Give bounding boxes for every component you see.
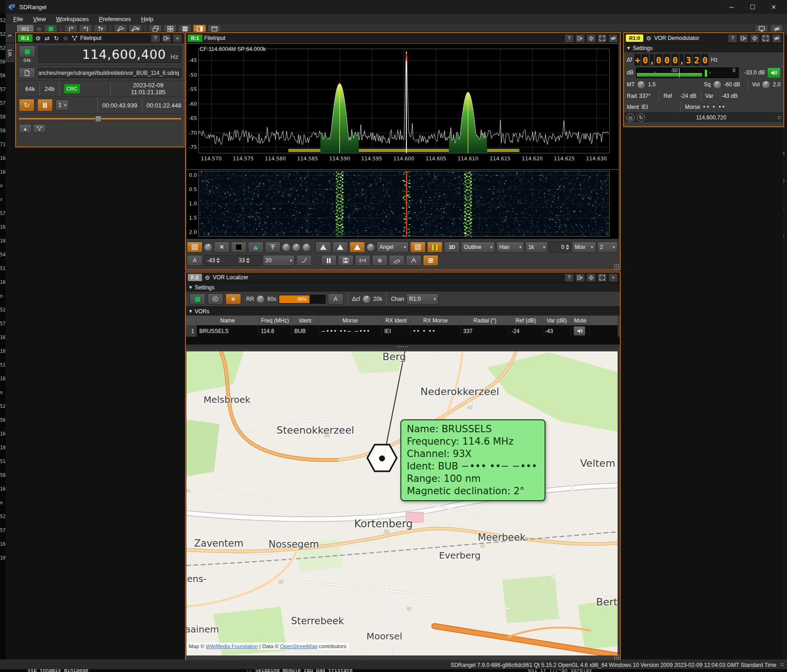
calibration-button[interactable] <box>406 255 422 266</box>
column-header-name[interactable]: Name <box>197 316 259 325</box>
rotation-rate-knob[interactable] <box>256 295 265 304</box>
column-header-freq-mhz-[interactable]: Freq (MHz) <box>259 316 292 325</box>
acquisition-indicator-button[interactable]: ▲ <box>19 124 32 133</box>
frequency-dial[interactable]: +0,000,320 <box>634 54 708 66</box>
morse-threshold-knob[interactable] <box>637 80 646 89</box>
map-view[interactable]: MelsbroekNederokkerzeelSteenokkerzeelVel… <box>186 351 618 655</box>
maximize-window-button[interactable] <box>597 273 607 282</box>
autoscale-button[interactable]: A <box>187 255 202 266</box>
colormap-dropdown[interactable]: Angel▾ <box>377 242 409 253</box>
hide-window-button[interactable] <box>608 34 618 43</box>
wikimedia-link[interactable]: WikiMedia Foundation <box>206 644 258 649</box>
column-header-rx-morse[interactable]: RX Morse <box>410 316 461 325</box>
playback-position-slider[interactable] <box>19 115 181 122</box>
column-header-radial-[interactable]: Radial (°) <box>461 316 509 325</box>
table-map-splitter[interactable]: •••••• <box>186 344 620 349</box>
squelch-knob[interactable] <box>713 80 722 89</box>
channel-shift-icon[interactable]: ↻ <box>637 113 645 122</box>
fft-overlap-spinbox[interactable]: 0 <box>549 242 571 253</box>
column-header-mute[interactable]: Mute <box>571 316 590 325</box>
dial-digit[interactable]: , <box>650 54 654 66</box>
help-button[interactable]: ? <box>151 34 160 43</box>
grid-intensity-knob[interactable] <box>204 243 213 252</box>
menu-preferences[interactable]: Preferences <box>95 15 135 23</box>
channel-shift-knob[interactable] <box>362 295 371 304</box>
settings-gear-icon[interactable]: ⚙ <box>645 34 652 42</box>
column-header-rx-ident[interactable]: RX Ident <box>382 316 410 325</box>
spectrum-titlebar[interactable]: R:1 FileInput ? <box>186 33 620 43</box>
fft-window-dropdown[interactable]: Han▾ <box>496 242 524 253</box>
help-button[interactable]: ? <box>728 34 737 43</box>
fft-size-dropdown[interactable]: 1k▾ <box>525 242 548 253</box>
close-device-button[interactable]: × <box>173 34 182 43</box>
open-file-button[interactable] <box>19 68 35 79</box>
workspace-tab-w1[interactable]: W1 <box>6 44 14 62</box>
histogram-filled-button[interactable] <box>332 242 348 253</box>
maximize-window-button[interactable] <box>761 34 770 43</box>
dial-digit[interactable]: 0 <box>655 54 662 66</box>
column-header-ident[interactable]: Ident <box>292 316 319 325</box>
close-feature-button[interactable]: × <box>608 273 618 282</box>
column-header-ref-db-[interactable]: Ref (dB) <box>509 316 543 325</box>
demod-settings-header[interactable]: ▼Settings <box>624 43 783 52</box>
favorites-star-icon[interactable]: ☆ <box>35 25 43 33</box>
pipeline-button[interactable] <box>33 124 46 133</box>
channel-marker-icon[interactable]: ◎ <box>626 113 635 122</box>
audio-mute-button[interactable] <box>767 68 781 78</box>
menu-help[interactable]: Help <box>137 15 157 23</box>
averaging-mode-dropdown[interactable]: Mov▾ <box>572 242 596 253</box>
histogram-gradient-button[interactable] <box>349 242 365 253</box>
playback-speed-dropdown[interactable]: 1▾ <box>56 100 69 111</box>
slider-handle[interactable] <box>95 116 101 122</box>
waterfall-position-button[interactable] <box>410 242 426 253</box>
center-frequency-display[interactable]: 114,600,400 Hz <box>38 46 181 63</box>
channel-dropdown[interactable]: R1:0▾ <box>406 294 438 305</box>
help-button[interactable]: ? <box>564 34 574 43</box>
dial-digit[interactable]: 0 <box>671 54 679 66</box>
vors-section-header[interactable]: ▼VORs <box>186 306 620 316</box>
save-spectrum-button[interactable] <box>338 255 354 266</box>
auto-channels-button[interactable]: A <box>328 294 343 305</box>
histogram-off-button[interactable] <box>315 242 331 253</box>
resize-grip[interactable] <box>614 655 619 660</box>
dial-digit[interactable]: 3 <box>685 54 692 66</box>
vor-table-row[interactable]: 1BRUSSELS114.6BUB−••• ••− −•••IEI•• • ••… <box>186 325 618 337</box>
favorite-star-icon[interactable]: ☆ <box>62 34 69 42</box>
localizer-settings-header[interactable]: ▼Settings <box>186 282 620 292</box>
decay-knob[interactable] <box>366 243 375 252</box>
ref-level-spinbox[interactable]: -43 <box>204 255 234 266</box>
histogram-knob[interactable] <box>302 243 311 252</box>
dial-digit[interactable]: + <box>634 54 641 66</box>
volume-knob[interactable] <box>762 80 770 89</box>
max-hold-button[interactable] <box>265 242 281 253</box>
device-pipeline-icon[interactable] <box>71 34 79 42</box>
settings-gear-icon[interactable]: ⚙ <box>34 34 42 42</box>
markers-button[interactable]: ⊕ <box>372 255 388 266</box>
openstreetmap-link[interactable]: OpenStreetMap <box>280 644 317 649</box>
measurements-menu-button[interactable] <box>423 255 438 266</box>
file-path-field[interactable]: branches/merge/sdrangel/buildreldeb/vor_… <box>38 68 181 78</box>
dial-digit[interactable]: 0 <box>663 54 670 66</box>
minimize-button[interactable]: ─ <box>721 0 742 14</box>
hide-window-button[interactable] <box>772 34 781 43</box>
help-button[interactable]: ? <box>564 273 574 282</box>
settings-gear-icon[interactable]: ⚙ <box>204 274 211 281</box>
move-to-workspace-button[interactable] <box>739 34 748 43</box>
maximize-button[interactable]: ☐ <box>742 0 763 14</box>
dial-digit[interactable]: 2 <box>693 54 700 66</box>
position-source-button[interactable]: ✳ <box>225 294 241 305</box>
waterfall-display[interactable] <box>186 170 618 239</box>
menu-view[interactable]: View <box>29 15 50 23</box>
reload-device-icon[interactable]: ↻ <box>53 34 60 42</box>
waterfall-toggle-button[interactable] <box>427 242 443 253</box>
range-spinbox[interactable]: 33 <box>236 255 261 266</box>
resize-grip[interactable] <box>777 116 781 119</box>
spectrum-style-button[interactable] <box>248 242 264 253</box>
pause-button[interactable] <box>37 99 53 112</box>
measurement-ruler-button[interactable] <box>389 255 405 266</box>
dial-digit[interactable]: , <box>680 54 684 66</box>
shrink-window-button[interactable] <box>750 34 759 43</box>
dial-digit[interactable]: 0 <box>641 54 649 66</box>
averaging-count-dropdown[interactable]: 2▾ <box>597 242 618 253</box>
mute-button[interactable] <box>573 326 585 336</box>
